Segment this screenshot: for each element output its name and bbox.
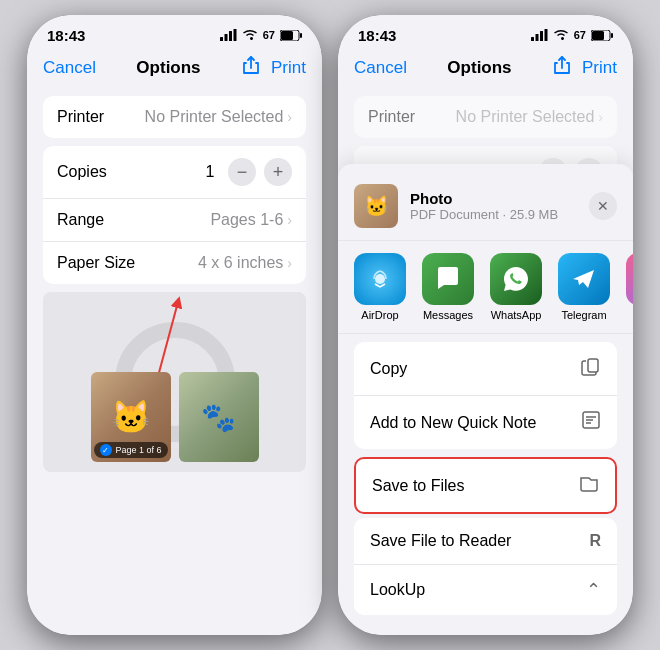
status-time-2: 18:43 [358,27,396,44]
phone-1: 18:43 67 [27,15,322,635]
range-value: Pages 1-6 › [210,211,292,229]
telegram-label: Telegram [561,309,606,321]
nav-title-1: Options [136,58,200,78]
range-row[interactable]: Range Pages 1-6 › [43,199,306,242]
svg-rect-12 [544,29,547,41]
share-header: 🐱 Photo PDF Document · 25.9 MB ✕ [338,176,633,241]
range-chevron: › [287,212,292,228]
share-filesize: PDF Document · 25.9 MB [410,207,589,222]
copies-label: Copies [57,163,107,181]
copies-value: 1 [200,163,220,181]
share-actions-2: Save File to Reader R LookUp ⌃ [354,518,617,615]
telegram-icon [558,253,610,305]
svg-rect-2 [229,31,232,41]
increment-button[interactable]: + [264,158,292,186]
lookup-action[interactable]: LookUp ⌃ [354,565,617,615]
nav-bar-2: Cancel Options Print [338,51,633,88]
cancel-button-2[interactable]: Cancel [354,58,407,78]
save-reader-action[interactable]: Save File to Reader R [354,518,617,565]
share-thumbnail: 🐱 [354,184,398,228]
share-app-messages[interactable]: Messages [422,253,474,321]
status-time-1: 18:43 [47,27,85,44]
copies-stepper: 1 − + [200,158,292,186]
check-icon: ✓ [99,444,111,456]
share-app-telegram[interactable]: Telegram [558,253,610,321]
battery-1: 67 [263,29,275,41]
share-icon-2[interactable] [552,55,572,80]
share-actions: Copy Add to New Quick Note [354,342,617,449]
phone-2-screen: 18:43 67 [338,15,633,635]
share-icon-1[interactable] [241,55,261,80]
status-icons-2: 67 [531,29,613,41]
nav-bar-1: Cancel Options Print [27,51,322,88]
paper-size-row[interactable]: Paper Size 4 x 6 inches › [43,242,306,284]
printer-value: No Printer Selected › [145,108,292,126]
printer-row[interactable]: Printer No Printer Selected › [43,96,306,138]
paper-size-label: Paper Size [57,254,135,272]
nav-right-2: Print [552,55,617,80]
share-svg-2 [552,55,572,75]
share-svg-1 [241,55,261,75]
phone-1-screen: 18:43 67 [27,15,322,635]
copy-label: Copy [370,360,407,378]
paper-size-chevron: › [287,255,292,271]
svg-rect-5 [281,31,293,40]
share-apps-row: AirDrop Messages [338,241,633,334]
printer-label: Printer [57,108,104,126]
status-bar-1: 18:43 67 [27,15,322,51]
print-button-1[interactable]: Print [271,58,306,78]
share-filename: Photo [410,190,589,207]
nav-right-1: Print [241,55,306,80]
content-1: Printer No Printer Selected › Copies 1 −… [27,88,322,635]
nav-title-2: Options [447,58,511,78]
messages-icon [422,253,474,305]
airdrop-icon [354,253,406,305]
share-app-whatsapp[interactable]: WhatsApp [490,253,542,321]
settings-group-2: Copies 1 − + Range Pages 1-6 › Paper Siz [43,146,306,284]
lookup-label: LookUp [370,581,425,599]
svg-rect-20 [588,359,598,372]
svg-rect-11 [540,31,543,41]
status-icons-1: 67 [220,29,302,41]
whatsapp-label: WhatsApp [491,309,542,321]
share-app-instagram[interactable]: Ins [626,253,633,321]
copy-action[interactable]: Copy [354,342,617,396]
svg-rect-6 [300,33,302,38]
thumbnail-2[interactable]: 🐾 [179,372,259,462]
share-app-airdrop[interactable]: AirDrop [354,253,406,321]
printer-label-2: Printer [368,108,415,126]
quick-note-icon [581,410,601,435]
share-info: Photo PDF Document · 25.9 MB [410,190,589,222]
save-files-highlighted[interactable]: Save to Files [354,457,617,514]
printer-row-2: Printer No Printer Selected › [354,96,617,138]
signal-icon [220,29,237,41]
status-bar-2: 18:43 67 [338,15,633,51]
save-files-label: Save to Files [372,477,464,495]
print-button-2[interactable]: Print [582,58,617,78]
battery-icon-1 [280,30,302,41]
airdrop-label: AirDrop [361,309,398,321]
decrement-button[interactable]: − [228,158,256,186]
instagram-icon [626,253,633,305]
close-button[interactable]: ✕ [589,192,617,220]
printer-value-2: No Printer Selected › [456,108,603,126]
cancel-button-1[interactable]: Cancel [43,58,96,78]
printer-chevron: › [287,109,292,125]
share-sheet: 🐱 Photo PDF Document · 25.9 MB ✕ [338,164,633,635]
quick-note-label: Add to New Quick Note [370,414,536,432]
thumbnail-1[interactable]: 🐱 ✓ Page 1 of 6 [91,372,171,462]
save-reader-label: Save File to Reader [370,532,511,550]
quick-note-action[interactable]: Add to New Quick Note [354,396,617,449]
signal-icon-2 [531,29,548,41]
battery-2: 67 [574,29,586,41]
wifi-icon [242,29,258,41]
copy-icon [581,356,601,381]
wifi-icon-2 [553,29,569,41]
save-files-row[interactable]: Save to Files [356,459,615,512]
svg-rect-14 [592,31,604,40]
preview-thumbnails: 🐱 ✓ Page 1 of 6 🐾 [91,372,259,462]
settings-group-3: Printer No Printer Selected › [354,96,617,138]
save-reader-icon: R [589,532,601,550]
svg-rect-9 [531,37,534,41]
svg-point-16 [375,274,385,284]
